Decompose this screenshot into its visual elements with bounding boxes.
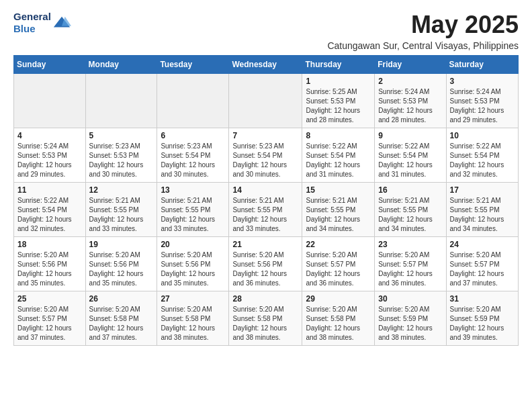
calendar-cell: 28Sunrise: 5:20 AMSunset: 5:58 PMDayligh… [229,291,302,346]
calendar-cell: 30Sunrise: 5:20 AMSunset: 5:59 PMDayligh… [375,291,446,346]
calendar-cell: 2Sunrise: 5:24 AMSunset: 5:53 PMDaylight… [375,74,446,128]
day-info: Sunrise: 5:20 AMSunset: 5:59 PMDaylight:… [378,305,442,342]
daylight-label: Daylight: 12 hours [17,270,72,277]
daylight-label: Daylight: 12 hours [232,161,287,169]
day-number: 14 [232,185,298,195]
day-info: Sunrise: 5:20 AMSunset: 5:58 PMDaylight:… [232,305,298,342]
day-number: 1 [306,77,371,86]
calendar-cell: 1Sunrise: 5:25 AMSunset: 5:53 PMDaylight… [302,74,375,128]
day-number: 13 [161,185,225,195]
day-info: Sunrise: 5:23 AMSunset: 5:54 PMDaylight:… [161,142,225,179]
day-number: 28 [232,294,298,304]
daylight-label: Daylight: 12 hours [232,216,287,223]
daylight-label: Daylight: 12 hours [306,107,360,114]
day-info: Sunrise: 5:22 AMSunset: 5:54 PMDaylight:… [378,142,442,179]
daylight-label: Daylight: 12 hours [378,216,433,223]
day-number: 19 [89,240,154,249]
daylight-label: Daylight: 12 hours [89,324,144,332]
calendar-cell: 14Sunrise: 5:21 AMSunset: 5:55 PMDayligh… [229,183,302,237]
calendar-cell [14,74,86,128]
daylight-label: Daylight: 12 hours [378,107,433,114]
location-title: Catungawan Sur, Central Visayas, Philipp… [327,40,519,51]
daylight-label: Daylight: 12 hours [306,324,360,332]
day-number: 8 [306,131,371,140]
day-number: 31 [450,294,515,304]
daylight-label: Daylight: 12 hours [232,270,287,277]
weekday-header-thursday: Thursday [302,56,375,74]
day-info: Sunrise: 5:20 AMSunset: 5:56 PMDaylight:… [17,250,82,288]
day-number: 21 [232,240,298,249]
day-info: Sunrise: 5:20 AMSunset: 5:57 PMDaylight:… [378,250,442,288]
calendar-cell: 4Sunrise: 5:24 AMSunset: 5:53 PMDaylight… [14,128,86,183]
calendar-cell: 29Sunrise: 5:20 AMSunset: 5:58 PMDayligh… [302,291,375,346]
calendar-cell: 19Sunrise: 5:20 AMSunset: 5:56 PMDayligh… [85,237,157,291]
weekday-header-tuesday: Tuesday [157,56,229,74]
calendar-cell: 25Sunrise: 5:20 AMSunset: 5:57 PMDayligh… [14,291,86,346]
daylight-label: Daylight: 12 hours [378,270,433,277]
day-info: Sunrise: 5:20 AMSunset: 5:58 PMDaylight:… [89,305,154,342]
daylight-label: Daylight: 12 hours [161,270,215,277]
day-info: Sunrise: 5:20 AMSunset: 5:57 PMDaylight:… [17,305,82,342]
calendar-cell: 20Sunrise: 5:20 AMSunset: 5:56 PMDayligh… [157,237,229,291]
calendar-cell: 16Sunrise: 5:21 AMSunset: 5:55 PMDayligh… [375,183,446,237]
daylight-label: Daylight: 12 hours [232,324,287,332]
day-info: Sunrise: 5:21 AMSunset: 5:55 PMDaylight:… [161,196,225,234]
daylight-label: Daylight: 12 hours [306,270,360,277]
calendar-cell: 6Sunrise: 5:23 AMSunset: 5:54 PMDaylight… [157,128,229,183]
logo: General Blue [13,11,71,35]
calendar-week-3: 11Sunrise: 5:22 AMSunset: 5:54 PMDayligh… [14,183,519,237]
day-info: Sunrise: 5:20 AMSunset: 5:56 PMDaylight:… [89,250,154,288]
title-area: May 2025 Catungawan Sur, Central Visayas… [327,11,519,51]
day-info: Sunrise: 5:21 AMSunset: 5:55 PMDaylight:… [89,196,154,234]
calendar-cell: 26Sunrise: 5:20 AMSunset: 5:58 PMDayligh… [85,291,157,346]
calendar-week-4: 18Sunrise: 5:20 AMSunset: 5:56 PMDayligh… [14,237,519,291]
day-info: Sunrise: 5:20 AMSunset: 5:57 PMDaylight:… [306,250,371,288]
calendar-cell: 22Sunrise: 5:20 AMSunset: 5:57 PMDayligh… [302,237,375,291]
daylight-label: Daylight: 12 hours [450,161,504,169]
day-number: 18 [17,240,82,249]
day-number: 20 [161,240,225,249]
day-number: 10 [450,131,515,140]
day-info: Sunrise: 5:23 AMSunset: 5:53 PMDaylight:… [89,142,154,179]
day-info: Sunrise: 5:20 AMSunset: 5:59 PMDaylight:… [450,305,515,342]
calendar-header-row: SundayMondayTuesdayWednesdayThursdayFrid… [14,56,519,74]
day-number: 6 [161,131,225,140]
daylight-label: Daylight: 12 hours [450,270,504,277]
daylight-label: Daylight: 12 hours [450,216,504,223]
day-number: 27 [161,294,225,304]
daylight-label: Daylight: 12 hours [17,324,72,332]
day-info: Sunrise: 5:20 AMSunset: 5:58 PMDaylight:… [161,305,225,342]
calendar-cell: 5Sunrise: 5:23 AMSunset: 5:53 PMDaylight… [85,128,157,183]
weekday-header-sunday: Sunday [14,56,86,74]
calendar-table: SundayMondayTuesdayWednesdayThursdayFrid… [13,55,519,346]
day-number: 23 [378,240,442,249]
calendar-cell: 31Sunrise: 5:20 AMSunset: 5:59 PMDayligh… [446,291,518,346]
day-number: 26 [89,294,154,304]
daylight-label: Daylight: 12 hours [161,161,215,169]
calendar-cell: 23Sunrise: 5:20 AMSunset: 5:57 PMDayligh… [375,237,446,291]
day-number: 16 [378,185,442,195]
day-number: 2 [378,77,442,86]
daylight-label: Daylight: 12 hours [378,324,433,332]
day-info: Sunrise: 5:20 AMSunset: 5:56 PMDaylight:… [232,250,298,288]
daylight-label: Daylight: 12 hours [306,216,360,223]
day-info: Sunrise: 5:20 AMSunset: 5:58 PMDaylight:… [306,305,371,342]
calendar-cell: 12Sunrise: 5:21 AMSunset: 5:55 PMDayligh… [85,183,157,237]
daylight-label: Daylight: 12 hours [17,216,72,223]
day-info: Sunrise: 5:21 AMSunset: 5:55 PMDaylight:… [378,196,442,234]
month-title: May 2025 [327,11,519,39]
calendar-cell: 17Sunrise: 5:21 AMSunset: 5:55 PMDayligh… [446,183,518,237]
daylight-label: Daylight: 12 hours [89,161,144,169]
day-info: Sunrise: 5:24 AMSunset: 5:53 PMDaylight:… [450,87,515,125]
logo-icon [52,13,71,32]
daylight-label: Daylight: 12 hours [378,161,433,169]
weekday-header-monday: Monday [85,56,157,74]
day-number: 15 [306,185,371,195]
day-number: 22 [306,240,371,249]
day-info: Sunrise: 5:22 AMSunset: 5:54 PMDaylight:… [450,142,515,179]
day-number: 29 [306,294,371,304]
calendar-cell: 13Sunrise: 5:21 AMSunset: 5:55 PMDayligh… [157,183,229,237]
day-number: 12 [89,185,154,195]
day-number: 5 [89,131,154,140]
calendar-cell: 11Sunrise: 5:22 AMSunset: 5:54 PMDayligh… [14,183,86,237]
